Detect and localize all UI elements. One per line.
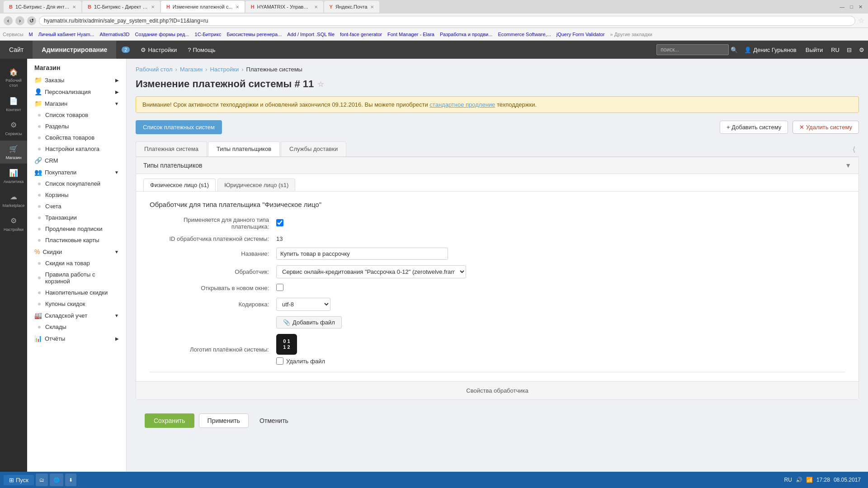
sidebar-item-carts[interactable]: Корзины [27,189,126,201]
sidebar-icon-marketplace[interactable]: ☁ Marketplace [0,188,27,211]
encoding-label: Кодировка: [150,301,276,308]
add-system-button[interactable]: + Добавить систему [720,121,788,134]
bookmark-sql[interactable]: Add / Import .SQL file [285,31,336,38]
open-new-window-checkbox[interactable] [276,284,283,291]
forward-button[interactable]: › [15,16,24,25]
bookmark-form[interactable]: Создание формы ред... [133,31,191,38]
sidebar-item-subscriptions[interactable]: Продление подписки [27,223,126,235]
bookmark-cabinet[interactable]: Личный кабинет Hyam... [37,31,96,38]
site-button[interactable]: Сайт [0,41,33,59]
browser-tab-5[interactable]: Y Яндекс.Почта ✕ [324,1,379,13]
sidebar-item-discounts[interactable]: % Скидки ▼ [27,246,126,258]
sidebar-icon-settings[interactable]: ⚙ Настройки [0,212,27,235]
encoding-select[interactable]: utf-8 windows-1251 koi8-r [276,298,330,311]
sidebar-item-orders[interactable]: 📁 Заказы ▶ [27,74,126,86]
sidebar-item-store[interactable]: 📁 Магазин ▼ [27,98,126,109]
sidebar-item-coupon-discounts[interactable]: Купоны скидок [27,298,126,310]
bookmark-bio[interactable]: Биосистемы регенера... [225,31,283,38]
tab-payment-system[interactable]: Платежная система [136,141,207,156]
sidebar-item-cumulative-discounts[interactable]: Накопительные скидки [27,287,126,298]
sidebar-item-reports[interactable]: 📊 Отчёты ▶ [27,333,126,344]
delete-system-button[interactable]: ✕ Удалить систему [793,121,859,134]
sidebar-item-crm[interactable]: 🔗 CRM [27,155,126,166]
apply-button[interactable]: Применить [199,413,249,428]
help-button[interactable]: ? Помощь [182,41,221,59]
star-bookmark-icon[interactable]: ☆ [858,16,864,25]
save-button[interactable]: Сохранить [145,413,194,428]
refresh-button[interactable]: ↺ [27,16,36,25]
user-menu-button[interactable]: 👤 Денис Гурьянов [740,41,801,59]
sidebar-item-personalization[interactable]: 👤 Персонализация ▶ [27,86,126,98]
more-bookmarks[interactable]: » Другие закладки [610,32,652,37]
sidebar-item-buyers-list[interactable]: Список покупателей [27,178,126,189]
sidebar-item-product-props[interactable]: Свойства товаров [27,132,126,143]
browser-tab-4[interactable]: H HYAMATRIX - Управлени... ✕ [245,1,323,13]
address-bar[interactable] [39,16,855,26]
sidebar-item-sections[interactable]: Разделы [27,121,126,132]
logout-button[interactable]: Выйти [801,41,828,59]
extra-button[interactable]: ⚙ [855,41,868,59]
bookmark-bitrix[interactable]: 1С-Битрикс [193,31,223,38]
tab-close-4[interactable]: ✕ [314,5,318,9]
sidebar-icon-analytics[interactable]: 📊 Аналитика [0,164,27,188]
bookmark-ecommerce[interactable]: Ecommerce Software,... [496,31,552,38]
tab-close-5[interactable]: ✕ [370,5,374,9]
section-collapse-icon[interactable]: ▼ [845,162,851,169]
sidebar-icon-store[interactable]: 🛒 Магазин [0,141,27,164]
close-btn[interactable]: ✕ [857,4,864,10]
search-input[interactable] [656,44,729,55]
sidebar-item-buyers[interactable]: 👥 Покупатели ▼ [27,166,126,178]
bookmark-fontmgr[interactable]: Font Manager - Elara [386,31,436,38]
tab-delivery[interactable]: Службы доставки [281,141,346,156]
applies-checkbox[interactable] [276,219,283,226]
sidebar-icon-home[interactable]: 🏠 Рабочийстол [0,63,27,92]
sidebar-item-transactions[interactable]: Транзакции [27,212,126,223]
bookmark-dev[interactable]: Разработка и продви... [438,31,494,38]
tab-close-1[interactable]: ✕ [72,5,76,9]
sidebar-item-warehouses[interactable]: Склады [27,321,126,333]
breadcrumb-home[interactable]: Рабочий стол [136,66,173,73]
maximize-btn[interactable]: □ [848,4,855,9]
browser-tab-1[interactable]: B 1С-Битрикс - Для интерне... ✕ [4,1,81,13]
browser-tab-3[interactable]: H Изменение платежной с... ✕ [161,1,245,13]
sidebar-item-warehouse[interactable]: 🏭 Складской учет ▼ [27,310,126,321]
alert-link[interactable]: стандартное продление [429,101,495,108]
delete-file-checkbox[interactable] [276,357,283,365]
settings-button[interactable]: ⚙ Настройки [135,41,182,59]
properties-handler-section[interactable]: Свойства обработчика [136,381,859,399]
browser-tab-2[interactable]: B 1С-Битрикс - Директ Кре... ✕ [82,1,160,13]
sidebar-item-cart-rules[interactable]: Правила работы с корзиной [27,269,126,287]
bookmark-font[interactable]: font-face generator [338,31,384,38]
layout-toggle-button[interactable]: ⊟ [843,41,855,59]
language-button[interactable]: RU [827,41,843,59]
tab-legal[interactable]: Юридическое лицо (s1) [217,178,295,191]
tab-individual[interactable]: Физическое лицо (s1) [143,178,216,191]
bookmark-alt3d[interactable]: Alternativa3D [98,31,131,38]
breadcrumb-settings[interactable]: Настройки [210,66,239,73]
administration-button[interactable]: Администрирование [33,41,116,59]
search-icon[interactable]: 🔍 [731,47,738,53]
list-payment-systems-button[interactable]: Список платежных систем [136,120,222,134]
cancel-button[interactable]: Отменить [253,414,295,427]
breadcrumb-store[interactable]: Магазин [180,66,203,73]
bookmark-m[interactable]: М [27,31,35,38]
favorite-star-icon[interactable]: ☆ [317,80,324,89]
sidebar-item-product-discounts[interactable]: Скидки на товар [27,258,126,269]
sidebar-icon-content[interactable]: 📄 Контент [0,93,27,116]
minimize-btn[interactable]: — [838,4,846,9]
notifications-button[interactable]: 2 [116,41,135,59]
sidebar-icon-services[interactable]: ⚙ Сервисы [0,117,27,140]
tab-close-2[interactable]: ✕ [151,5,155,9]
bookmark-jquery[interactable]: jQuery Form Validator [555,31,607,38]
sidebar-item-accounts[interactable]: Счета [27,201,126,212]
sidebar-item-products[interactable]: Список товаров [27,109,126,121]
add-file-button[interactable]: 📎 Добавить файл [276,316,342,328]
name-input[interactable] [276,248,448,260]
sidebar-product-props-label: Свойства товаров [45,134,94,141]
tab-close-3[interactable]: ✕ [236,5,239,9]
sidebar-item-catalog-settings[interactable]: Настройки каталога [27,143,126,155]
handler-select[interactable]: Сервис онлайн-кредитования "Рассрочка 0-… [276,265,466,278]
tab-payer-types[interactable]: Типы плательщиков [208,141,280,156]
back-button[interactable]: ‹ [4,16,13,25]
sidebar-item-plastic-cards[interactable]: Пластиковые карты [27,235,126,246]
